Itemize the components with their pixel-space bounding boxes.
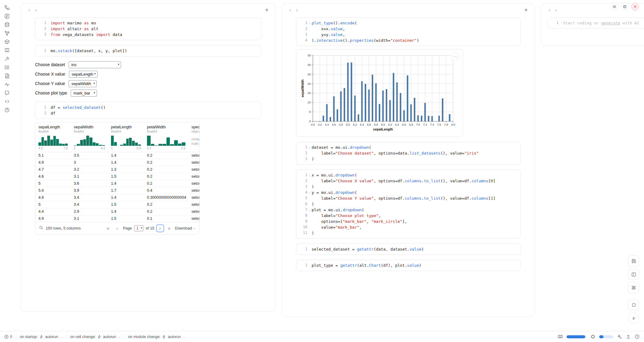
sidebar-files-button[interactable]: [3, 72, 11, 80]
column-collapse-right-button[interactable]: ›: [553, 7, 560, 13]
column-collapse-right-button[interactable]: ›: [294, 7, 300, 13]
y-value-select[interactable]: sepalWidth▾: [69, 80, 97, 87]
column-collapse-left-button[interactable]: ‹: [546, 7, 553, 13]
sidebar-notebook-graph-button[interactable]: [3, 4, 11, 12]
sidebar-datasources-button[interactable]: [3, 21, 11, 29]
sidebar-outline-button[interactable]: [3, 63, 11, 71]
add-cell-button[interactable]: +: [522, 6, 530, 14]
table-cell: 4.6: [35, 194, 71, 201]
svg-text:5.8: 5.8: [374, 123, 378, 126]
table-cell: 1.4: [108, 208, 144, 215]
empty-cell-editor[interactable]: 1 Start coding or generate with AI: [547, 17, 644, 29]
sidebar-documentation-button[interactable]: [3, 46, 11, 54]
histogram-bar: [155, 145, 158, 146]
runtime-setting-on-cell-change[interactable]: on cell change:autorun⌄: [70, 335, 120, 339]
fold-icon[interactable]: ⌄: [307, 172, 312, 178]
sidebar-tracing-button[interactable]: [3, 80, 11, 88]
errors-indicator[interactable]: 0: [4, 335, 12, 339]
cpu-button[interactable]: [590, 334, 596, 339]
keyboard-shortcuts-button[interactable]: ⌘: [628, 282, 639, 293]
code-text: plot = mo.ui.dropdown(: [312, 207, 364, 213]
sidebar-dependencies-button[interactable]: [3, 29, 11, 37]
history-button[interactable]: [635, 334, 640, 339]
table-cell: 3.1: [71, 173, 108, 180]
sidebar-functions-button[interactable]: [3, 12, 11, 20]
fold-icon[interactable]: ⌄: [307, 144, 312, 150]
line-number: 2: [301, 150, 307, 156]
column-collapse-left-button[interactable]: ‹: [26, 7, 33, 13]
page-number-select[interactable]: 1▾: [134, 225, 143, 231]
interrupt-button[interactable]: [628, 299, 639, 310]
line-number: 9: [301, 219, 307, 224]
column-histogram[interactable]: 4.37.9: [38, 136, 68, 150]
sidebar-snippets-button[interactable]: [3, 98, 11, 105]
runtime-setting-on-startup[interactable]: on startup:autorun⌄: [20, 335, 63, 339]
altair-chart-output[interactable]: ⋯ 4.04.24.44.64.85.05.25.45.65.86.06.26.…: [296, 49, 463, 137]
fold-icon[interactable]: ⌄: [307, 207, 312, 213]
sidebar-tools-button[interactable]: [3, 55, 11, 63]
code-line: 6): [301, 201, 516, 207]
share-button[interactable]: [626, 334, 631, 339]
cell-imports-editor[interactable]: 1import marimo as mo2import altair as al…: [35, 17, 261, 40]
histogram-bar: [77, 144, 80, 146]
histogram-bar: [44, 141, 47, 146]
column-header-petalWidth[interactable]: petalWidthfloat640.12.5: [144, 122, 188, 152]
add-cell-button[interactable]: +: [263, 6, 270, 14]
memory-usage-bar[interactable]: [567, 335, 587, 338]
cell-dataset-dropdown-editor[interactable]: 1⌄dataset = mo.ui.dropdown(2 label="Choo…: [296, 142, 521, 165]
column-histogram[interactable]: 24.4: [74, 136, 105, 150]
generate-with-ai-link[interactable]: generate: [601, 21, 620, 25]
divider: [124, 334, 124, 339]
column-header-sepalWidth[interactable]: sepalWidthfloat6424.4: [71, 122, 108, 152]
chart-actions-button[interactable]: ⋯: [451, 52, 459, 60]
bar-chart[interactable]: 4.04.24.44.64.85.05.25.45.65.86.06.26.46…: [300, 52, 456, 132]
cell-plot-type-editor[interactable]: 1plot_type = getattr(alt.Chart(df), plot…: [296, 260, 521, 271]
menu-button[interactable]: [610, 3, 618, 11]
layout-button[interactable]: [628, 269, 639, 280]
runtime-setting-value: autorun: [45, 335, 58, 339]
sidebar-chat-button[interactable]: [3, 89, 11, 97]
table-scroll-area[interactable]: sepalLengthfloat644.37.9sepalWidthfloat6…: [35, 122, 199, 222]
column-meta: unique:nulls:: [191, 137, 199, 146]
download-button[interactable]: Download⌄: [175, 226, 196, 230]
fold-icon[interactable]: ⌄: [307, 20, 312, 26]
cell-vstack-editor[interactable]: 1mo.vstack([dataset, x, y, plot]): [35, 45, 261, 56]
cpu-usage-bar[interactable]: [599, 335, 613, 338]
play-icon: [631, 316, 636, 321]
column-histogram[interactable]: 16.9: [111, 136, 141, 150]
save-button[interactable]: [628, 255, 639, 266]
cell-df-editor[interactable]: 1df = selected_dataset()2df: [35, 102, 261, 119]
settings-button[interactable]: ⚙: [621, 3, 629, 11]
bar: [333, 96, 335, 121]
run-button[interactable]: [628, 313, 639, 324]
table-cell: 5: [35, 180, 71, 187]
lightning-bolt-icon: [39, 335, 44, 339]
column-header-petalLength[interactable]: petalLengthfloat6416.9: [108, 122, 144, 152]
last-page-button[interactable]: »: [166, 225, 173, 232]
shutdown-button[interactable]: ✕: [631, 3, 639, 11]
plot-type-select[interactable]: mark_bar▾: [71, 90, 97, 97]
first-page-button[interactable]: «: [105, 225, 111, 232]
runtime-setting-on-module-change[interactable]: on module change:autorun⌄: [128, 335, 185, 339]
column-header-species[interactable]: speciesobjectunique:nulls:: [188, 122, 199, 152]
column-header-sepalLength[interactable]: sepalLengthfloat644.37.9: [35, 122, 71, 152]
line-number: 1: [40, 105, 46, 110]
previous-page-button[interactable]: ‹: [114, 225, 120, 232]
cell-plot-editor[interactable]: 1⌄plot_type().encode(2 x=x.value,3 y=y.v…: [296, 17, 521, 46]
cell-selected-dataset-editor[interactable]: 1selected_dataset = getattr(data, datase…: [296, 244, 521, 255]
line-number: 10: [301, 224, 307, 230]
x-value-select[interactable]: sepalLength▾: [69, 71, 98, 78]
sidebar-packages-button[interactable]: [3, 38, 11, 46]
search-button[interactable]: [39, 226, 43, 231]
code-line: 2import altair as alt: [40, 26, 257, 32]
column-histogram[interactable]: 0.12.5: [147, 136, 185, 150]
column-collapse-right-button[interactable]: ›: [33, 7, 39, 13]
fold-icon[interactable]: ⌄: [307, 190, 312, 195]
next-page-button[interactable]: ›: [157, 225, 163, 232]
dataset-select[interactable]: iris▾: [69, 61, 121, 68]
cell-xy-plot-dropdowns-editor[interactable]: 1⌄x = mo.ui.dropdown(2 label="Choose X v…: [296, 169, 521, 239]
sidebar-help-button[interactable]: [3, 106, 11, 114]
keyboard-button[interactable]: [558, 334, 563, 339]
column-collapse-left-button[interactable]: ‹: [287, 7, 294, 13]
ai-assist-button[interactable]: [617, 334, 622, 339]
